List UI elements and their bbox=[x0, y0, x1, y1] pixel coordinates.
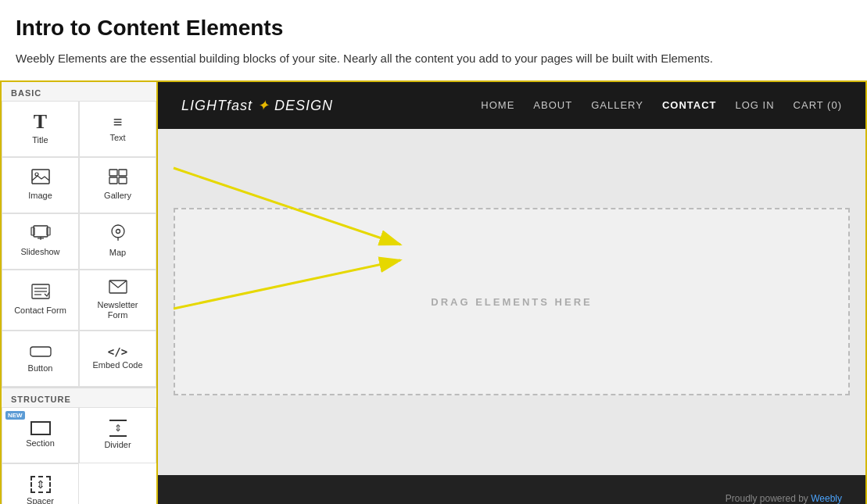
newsletter-form-icon bbox=[109, 280, 127, 297]
footer-weebly-link[interactable]: Weebly bbox=[811, 493, 842, 504]
new-badge: NEW bbox=[5, 411, 25, 420]
slideshow-icon bbox=[30, 225, 51, 244]
sidebar-item-title[interactable]: T Title bbox=[2, 101, 79, 157]
drop-zone-text: DRAG ELEMENTS HERE bbox=[431, 296, 592, 308]
footer-text: Proudly powered by Weebly bbox=[725, 493, 842, 504]
page-wrapper: Intro to Content Elements Weebly Element… bbox=[0, 0, 867, 504]
sidebar-item-spacer[interactable]: ⇕ Spacer bbox=[2, 463, 79, 504]
title-label: Title bbox=[32, 135, 48, 145]
svg-rect-7 bbox=[31, 227, 34, 235]
button-icon bbox=[30, 343, 52, 360]
svg-point-12 bbox=[116, 229, 120, 233]
site-preview: LIGHTfast ✦ DESIGN HOME ABOUT GALLERY CO… bbox=[158, 82, 865, 505]
svg-rect-5 bbox=[119, 177, 127, 184]
text-label: Text bbox=[109, 133, 125, 143]
brand-lightning: ✦ bbox=[253, 98, 274, 113]
spacer-label: Spacer bbox=[27, 496, 54, 504]
structure-section-label: STRUCTURE bbox=[2, 388, 156, 407]
map-icon bbox=[109, 224, 127, 245]
nav-item-cart[interactable]: CART (0) bbox=[794, 99, 842, 111]
contact-form-icon bbox=[31, 284, 50, 302]
spacer-icon: ⇕ bbox=[30, 476, 51, 493]
map-label: Map bbox=[109, 248, 126, 258]
nav-item-login[interactable]: LOG IN bbox=[736, 99, 775, 111]
divider-label: Divider bbox=[104, 440, 131, 450]
navbar-brand: LIGHTfast ✦ DESIGN bbox=[181, 97, 333, 114]
navbar-nav: HOME ABOUT GALLERY CONTACT LOG IN CART (… bbox=[481, 99, 842, 111]
svg-rect-8 bbox=[47, 227, 50, 235]
sidebar-item-section[interactable]: NEW Section bbox=[2, 407, 79, 463]
nav-item-contact[interactable]: CONTACT bbox=[662, 99, 717, 111]
main-area: BASIC T Title ≡ Text Imag bbox=[0, 80, 867, 505]
sidebar-item-newsletter-form[interactable]: NewsletterForm bbox=[79, 270, 156, 331]
svg-rect-0 bbox=[32, 170, 49, 184]
svg-point-11 bbox=[112, 225, 124, 238]
sidebar-item-image[interactable]: Image bbox=[2, 157, 79, 213]
site-footer: Proudly powered by Weebly bbox=[158, 475, 865, 504]
nav-item-home[interactable]: HOME bbox=[481, 99, 514, 111]
button-label: Button bbox=[28, 363, 53, 374]
gallery-icon bbox=[109, 169, 127, 188]
contact-form-label: Contact Form bbox=[14, 306, 66, 316]
svg-point-1 bbox=[35, 173, 38, 176]
sidebar-item-contact-form[interactable]: Contact Form bbox=[2, 270, 79, 331]
image-icon bbox=[31, 169, 50, 188]
sidebar: BASIC T Title ≡ Text Imag bbox=[2, 82, 158, 505]
page-description: Weebly Elements are the essential buildi… bbox=[16, 50, 851, 68]
drop-zone-wrapper: DRAG ELEMENTS HERE bbox=[158, 129, 865, 475]
basic-section-label: BASIC bbox=[2, 82, 156, 101]
svg-rect-3 bbox=[119, 170, 127, 176]
nav-item-about[interactable]: ABOUT bbox=[533, 99, 572, 111]
drop-zone[interactable]: DRAG ELEMENTS HERE bbox=[174, 208, 850, 395]
svg-rect-2 bbox=[109, 170, 117, 176]
sidebar-item-divider[interactable]: ⇕ Divider bbox=[79, 407, 156, 463]
brand-italic: fast bbox=[227, 98, 253, 113]
text-icon: ≡ bbox=[113, 114, 123, 130]
section-label: Section bbox=[26, 438, 55, 449]
divider-icon: ⇕ bbox=[109, 420, 127, 437]
sidebar-item-text[interactable]: ≡ Text bbox=[79, 101, 156, 157]
embed-code-label: Embed Code bbox=[92, 360, 142, 370]
sidebar-item-map[interactable]: Map bbox=[79, 213, 156, 270]
sidebar-item-embed-code[interactable]: </> Embed Code bbox=[79, 331, 156, 387]
slideshow-label: Slideshow bbox=[20, 247, 59, 257]
sidebar-item-button[interactable]: Button bbox=[2, 331, 79, 387]
title-icon: T bbox=[34, 112, 47, 132]
nav-item-gallery[interactable]: GALLERY bbox=[591, 99, 643, 111]
structure-items-grid: NEW Section ⇕ Divider ⇕ Spacer bbox=[2, 407, 156, 504]
svg-rect-4 bbox=[109, 177, 117, 184]
top-content: Intro to Content Elements Weebly Element… bbox=[0, 0, 867, 80]
sidebar-item-slideshow[interactable]: Slideshow bbox=[2, 213, 79, 270]
gallery-label: Gallery bbox=[104, 191, 131, 201]
page-title: Intro to Content Elements bbox=[16, 16, 851, 41]
svg-rect-6 bbox=[34, 226, 48, 237]
embed-code-icon: </> bbox=[108, 346, 127, 357]
svg-rect-19 bbox=[30, 347, 51, 356]
brand-pre: LIGHT bbox=[181, 98, 227, 113]
navbar: LIGHTfast ✦ DESIGN HOME ABOUT GALLERY CO… bbox=[158, 82, 865, 129]
basic-items-grid: T Title ≡ Text Image bbox=[2, 101, 156, 388]
section-icon bbox=[30, 421, 51, 435]
image-label: Image bbox=[28, 191, 52, 201]
brand-post: DESIGN bbox=[274, 98, 333, 113]
newsletter-form-label: NewsletterForm bbox=[98, 300, 138, 320]
sidebar-item-gallery[interactable]: Gallery bbox=[79, 157, 156, 213]
